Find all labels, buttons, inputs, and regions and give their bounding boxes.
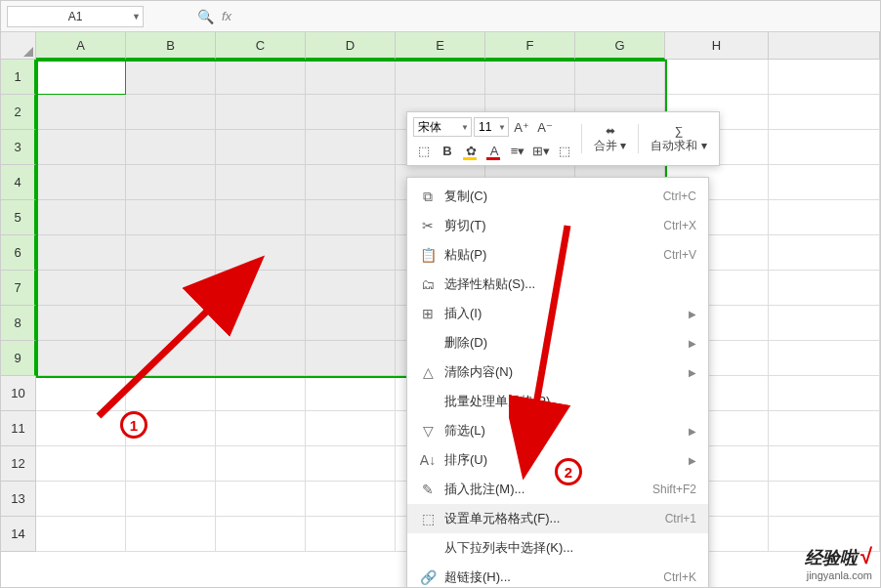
cell[interactable] (126, 341, 216, 376)
cell[interactable] (306, 130, 396, 165)
cell[interactable] (36, 341, 126, 376)
cell[interactable] (216, 271, 306, 306)
cell[interactable] (216, 306, 306, 341)
fill-color-button[interactable]: ✿ (460, 140, 482, 161)
cell[interactable] (769, 376, 880, 411)
row-header[interactable]: 6 (1, 235, 36, 271)
cell[interactable] (769, 306, 880, 341)
cell[interactable] (36, 271, 126, 306)
cell[interactable] (306, 235, 396, 271)
cell[interactable] (306, 446, 396, 482)
cell[interactable] (216, 165, 306, 200)
cell[interactable] (36, 235, 126, 271)
cell[interactable] (216, 517, 306, 552)
row-header[interactable]: 7 (1, 271, 36, 306)
menu-item[interactable]: ⊞插入(I)▶ (407, 299, 708, 328)
cell[interactable] (769, 341, 880, 376)
menu-item[interactable]: 🔗超链接(H)...Ctrl+K (407, 563, 708, 588)
cell[interactable] (306, 271, 396, 306)
row-header[interactable]: 13 (1, 482, 36, 517)
fx-label[interactable]: fx (222, 9, 231, 23)
cell[interactable] (306, 60, 396, 95)
column-header[interactable]: C (216, 32, 306, 60)
cell[interactable] (36, 130, 126, 165)
column-header[interactable] (769, 32, 880, 60)
autosum-button[interactable]: ∑ 自动求和 ▾ (645, 117, 712, 160)
column-header[interactable]: B (126, 32, 216, 60)
cell[interactable] (769, 130, 880, 165)
menu-item[interactable]: ⬚设置单元格格式(F)...Ctrl+1 (407, 504, 708, 533)
menu-item[interactable]: △清除内容(N)▶ (407, 357, 708, 387)
menu-item[interactable]: 📋粘贴(P)Ctrl+V (407, 240, 708, 270)
row-header[interactable]: 1 (1, 60, 36, 95)
cell[interactable] (36, 376, 126, 411)
format-button[interactable]: ⬚ (554, 140, 575, 161)
menu-item[interactable]: 批量处理单元格(P) (407, 387, 708, 416)
cell[interactable] (126, 95, 216, 130)
column-header[interactable]: H (665, 32, 769, 60)
name-box-dropdown-icon[interactable]: ▼ (132, 12, 141, 21)
cell[interactable] (769, 271, 880, 306)
bold-button[interactable]: B (437, 140, 458, 161)
cell[interactable] (126, 376, 216, 411)
cell[interactable] (36, 482, 126, 517)
cell[interactable] (306, 200, 396, 235)
align-button[interactable]: ≡▾ (507, 140, 528, 161)
cell[interactable] (306, 341, 396, 376)
increase-font-button[interactable]: A⁺ (511, 116, 532, 138)
cell[interactable] (216, 130, 306, 165)
cell[interactable] (769, 482, 880, 517)
column-header[interactable]: E (396, 32, 485, 60)
cell[interactable] (485, 60, 575, 95)
row-header[interactable]: 11 (1, 411, 36, 446)
cell[interactable] (306, 411, 396, 446)
cell[interactable] (126, 517, 216, 552)
format-painter-icon[interactable]: ⬚ (413, 140, 435, 161)
cell[interactable] (216, 446, 306, 482)
cell[interactable] (36, 200, 126, 235)
row-header[interactable]: 9 (1, 341, 36, 376)
cell[interactable] (216, 376, 306, 411)
cell[interactable] (126, 235, 216, 271)
menu-item[interactable]: 🗂选择性粘贴(S)... (407, 270, 708, 299)
row-header[interactable]: 14 (1, 517, 36, 552)
cell[interactable] (126, 130, 216, 165)
menu-item[interactable]: ⧉复制(C)Ctrl+C (407, 182, 708, 211)
cell[interactable] (216, 411, 306, 446)
cell[interactable] (396, 60, 485, 95)
column-header[interactable]: D (306, 32, 396, 60)
cell[interactable] (769, 235, 880, 271)
menu-item[interactable]: ✂剪切(T)Ctrl+X (407, 211, 708, 240)
cell[interactable] (36, 60, 126, 95)
cell[interactable] (126, 60, 216, 95)
cell[interactable] (36, 411, 126, 446)
column-header[interactable]: G (575, 32, 665, 60)
cell[interactable] (36, 306, 126, 341)
cell[interactable] (306, 376, 396, 411)
font-name-select[interactable]: 宋体▼ (413, 117, 472, 137)
font-size-select[interactable]: 11▼ (474, 117, 509, 137)
cell[interactable] (126, 482, 216, 517)
cell[interactable] (216, 341, 306, 376)
cell[interactable] (126, 200, 216, 235)
cell[interactable] (216, 235, 306, 271)
cell[interactable] (306, 95, 396, 130)
column-header[interactable]: A (36, 32, 126, 60)
cell[interactable] (306, 482, 396, 517)
row-header[interactable]: 12 (1, 446, 36, 482)
border-button[interactable]: ⊞▾ (530, 140, 552, 161)
cell[interactable] (216, 200, 306, 235)
column-header[interactable]: F (485, 32, 575, 60)
cell[interactable] (126, 165, 216, 200)
font-color-button[interactable]: A (483, 140, 505, 161)
cell[interactable] (769, 200, 880, 235)
cell[interactable] (769, 165, 880, 200)
menu-item[interactable]: 从下拉列表中选择(K)... (407, 533, 708, 563)
cell[interactable] (36, 95, 126, 130)
cell[interactable] (36, 446, 126, 482)
cell[interactable] (769, 411, 880, 446)
search-icon[interactable]: 🔍 (197, 9, 214, 24)
cell[interactable] (126, 446, 216, 482)
cell[interactable] (216, 60, 306, 95)
cell[interactable] (216, 482, 306, 517)
